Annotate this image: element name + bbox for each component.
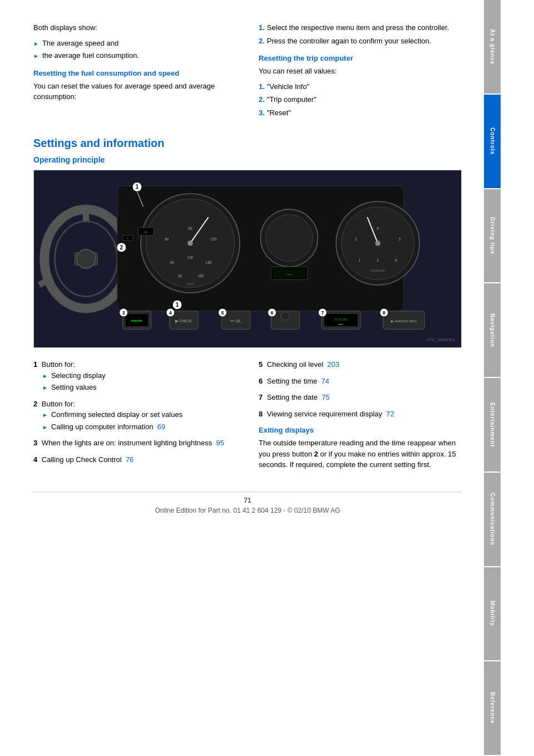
sub-arrow-2a: ► — [42, 411, 48, 419]
svg-text:FTC_0600PEA: FTC_0600PEA — [427, 337, 454, 342]
svg-text:5: 5 — [221, 310, 224, 316]
item-6-text: Setting the time 74 — [267, 377, 329, 385]
desc-item-1: 1 Button for: ► Selecting display ► Sett… — [33, 359, 236, 393]
item-1-text: Button for: — [42, 360, 75, 369]
svg-text:7: 7 — [322, 310, 324, 316]
trip-step-1: 1."Vehicle Info" — [259, 81, 462, 92]
sidebar-tab-reference[interactable]: Reference — [484, 661, 501, 755]
sidebar-tab-label-5: Entertainment — [490, 402, 496, 447]
trip-intro: You can reset all values: — [259, 66, 462, 77]
svg-point-37 — [375, 240, 380, 246]
svg-text:6: 6 — [271, 310, 274, 316]
sidebar: At a glance Controls Driving tips Naviga… — [484, 0, 501, 756]
sidebar-tab-entertainment[interactable]: Entertainment — [484, 378, 501, 472]
step-1-text: Select the respective menu item and pres… — [267, 23, 449, 32]
item-5-num: 5 — [259, 360, 263, 369]
dashboard-svg: 80 100 60 120 40 140 20 160 km/h ---- — [34, 170, 461, 347]
bullet-arrow-1: ► — [33, 40, 39, 48]
sidebar-tab-label-8: Reference — [490, 692, 496, 724]
sidebar-tab-mobility[interactable]: Mobility — [484, 567, 501, 661]
page-footer: 71 Online Edition for Part no. 01 41 2 6… — [33, 492, 462, 514]
desc-item-8: 8 Viewing service requirement display 72 — [259, 409, 462, 420]
copyright-text: Online Edition for Part no. 01 41 2 604 … — [155, 507, 340, 514]
svg-text:60: 60 — [165, 237, 169, 241]
item-3-text: When the lights are on: instrument light… — [42, 439, 224, 447]
sub-arrow-2b: ► — [42, 423, 48, 431]
item-1-sub-2: ► Setting values — [42, 382, 236, 393]
sidebar-tab-label-1: At a glance — [490, 29, 496, 65]
step-1-num: 1. — [259, 23, 265, 32]
item-4-num: 4 — [33, 455, 37, 464]
item-7-text: Setting the date 75 — [267, 393, 330, 401]
sidebar-tab-driving-tips[interactable]: Driving tips — [484, 189, 501, 283]
sub-arrow-1a: ► — [42, 372, 48, 380]
svg-text:4: 4 — [169, 310, 172, 316]
item-1-sub-2-text: Setting values — [51, 382, 97, 393]
svg-text:▶ SERVICE-INFO: ▶ SERVICE-INFO — [391, 320, 417, 323]
trip-step-2: 2."Trip computer" — [259, 94, 462, 105]
item-5-text: Checking oil level 203 — [267, 360, 339, 369]
svg-text:20: 20 — [178, 274, 182, 278]
exiting-heading: Exiting displays — [259, 426, 462, 434]
op-principle-heading: Operating principle — [33, 155, 462, 164]
item-7-num: 7 — [259, 393, 263, 401]
svg-text:8: 8 — [383, 310, 385, 316]
svg-text:80: 80 — [188, 227, 192, 230]
sidebar-tab-controls[interactable]: Controls — [484, 95, 501, 188]
desc-item-6: 6 Setting the time 74 — [259, 376, 462, 387]
svg-text:■■■■■■: ■■■■■■ — [131, 319, 142, 322]
dashboard-container: 80 100 60 120 40 140 20 160 km/h ---- — [33, 170, 462, 348]
item-8-text: Viewing service requirement display 72 — [267, 410, 394, 418]
sidebar-tab-communications[interactable]: Communications — [484, 473, 501, 566]
desc-item-4: 4 Calling up Check Control 76 — [33, 454, 236, 465]
sidebar-tab-label-7: Mobility — [490, 601, 496, 626]
svg-point-63 — [281, 312, 289, 321]
trip-step-1-num: 1. — [259, 82, 265, 91]
exiting-section: Exiting displays The outside temperature… — [259, 426, 462, 470]
sidebar-tab-navigation[interactable]: Navigation — [484, 283, 501, 377]
sidebar-tab-label-3: Driving tips — [490, 217, 496, 254]
desc-item-7: 7 Setting the date 75 — [259, 392, 462, 403]
page-number: 71 — [33, 497, 462, 504]
trip-step-3: 3."Reset" — [259, 107, 462, 119]
sidebar-tab-at-a-glance[interactable]: At a glance — [484, 0, 501, 94]
exiting-text: The outside temperature reading and the … — [259, 438, 462, 470]
trip-step-2-text: "Trip computer" — [267, 95, 317, 104]
svg-text:■■■: ■■■ — [338, 323, 343, 326]
top-section: Both displays show: ► The average speed … — [33, 22, 462, 120]
reset-heading: Resetting the fuel consumption and speed — [33, 69, 236, 77]
bullet-text-2: the average fuel consumption. — [42, 50, 139, 61]
item-2-sub-2: ► Calling up computer information 69 — [42, 421, 236, 433]
svg-text:2: 2 — [377, 258, 379, 262]
step-1: 1.Select the respective menu item and pr… — [259, 22, 462, 33]
svg-text:120: 120 — [211, 237, 217, 241]
item-1-sub-1: ► Selecting display — [42, 370, 236, 381]
top-right-column: 1.Select the respective menu item and pr… — [259, 22, 462, 120]
bottom-left-column: 1 Button for: ► Selecting display ► Sett… — [33, 359, 236, 475]
intro-text: Both displays show: — [33, 22, 236, 33]
svg-text:1: 1 — [136, 184, 139, 190]
item-8-num: 8 — [259, 410, 263, 418]
svg-point-7 — [77, 249, 96, 268]
item-6-num: 6 — [259, 377, 263, 385]
item-1-sub-1-text: Selecting display — [51, 370, 106, 381]
svg-point-23 — [266, 214, 313, 261]
bullet-arrow-2: ► — [33, 52, 39, 60]
page-wrapper: Both displays show: ► The average speed … — [0, 0, 534, 756]
sidebar-tab-label-4: Navigation — [490, 313, 496, 347]
item-2-num: 2 — [33, 400, 37, 408]
item-3-num: 3 — [33, 439, 37, 447]
desc-item-2: 2 Button for: ► Confirming selected disp… — [33, 399, 236, 433]
svg-point-21 — [187, 240, 192, 246]
sidebar-tab-label-6: Communications — [490, 493, 496, 546]
svg-text:▶ CHECK: ▶ CHECK — [175, 319, 192, 323]
svg-text:----: ---- — [287, 272, 292, 276]
item-2-sub-1-text: Confirming selected display or set value… — [51, 409, 182, 420]
step-2: 2.Press the controller again to confirm … — [259, 36, 462, 47]
bullet-1: ► The average speed and — [33, 38, 236, 49]
top-left-column: Both displays show: ► The average speed … — [33, 22, 236, 120]
svg-text:100: 100 — [187, 256, 194, 259]
svg-text:km/h: km/h — [187, 282, 194, 286]
bottom-section: 1 Button for: ► Selecting display ► Sett… — [33, 359, 462, 475]
svg-text:80: 80 — [144, 230, 147, 234]
